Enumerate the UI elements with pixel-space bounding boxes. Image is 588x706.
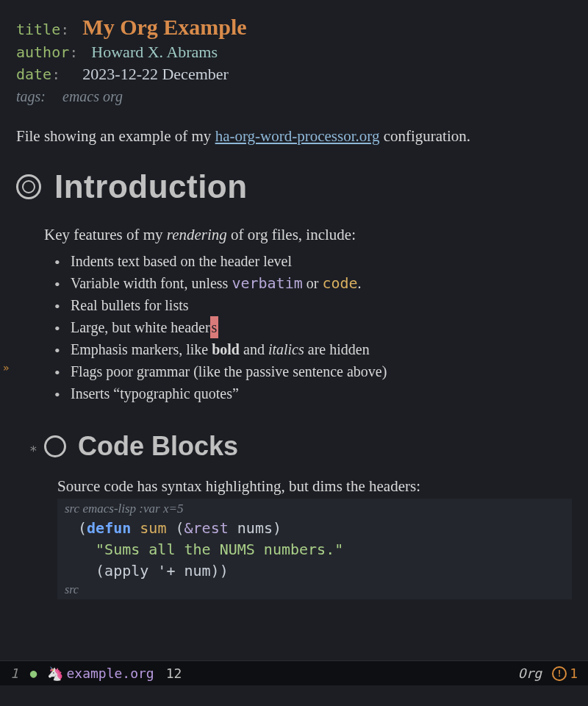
meta-tags-line: tags: emacs org	[16, 88, 572, 105]
features-intro: Key features of my rendering of org file…	[44, 226, 572, 244]
list-item: Indents text based on the header level	[54, 250, 572, 272]
major-mode[interactable]: Org	[518, 666, 542, 681]
window-number: 1	[10, 666, 18, 681]
verbatim-text: verbatim	[232, 274, 302, 292]
colon: :	[60, 21, 69, 38]
line-number: 12	[166, 666, 182, 681]
list-item: Variable width font, unless verbatim or …	[54, 272, 572, 294]
intro-paragraph: File showing an example of my ha-org-wor…	[16, 126, 572, 146]
tags-keyword: tags:	[16, 88, 46, 104]
src-begin-line: src emacs-lisp :var x=5	[65, 502, 564, 516]
meta-author-line: author: Howard X. Abrams	[16, 43, 572, 62]
buffer-filename[interactable]: example.org	[66, 666, 154, 681]
title-keyword: title	[16, 21, 60, 38]
colon: :	[51, 65, 60, 83]
source-code: (defun sum (&rest nums) "Sums all the NU…	[65, 516, 564, 583]
list-item: Inserts “typographic quotes”	[54, 382, 572, 404]
heading-1-text: Introduction	[54, 168, 248, 205]
config-link[interactable]: ha-org-word-processor.org	[215, 127, 380, 145]
source-block[interactable]: src emacs-lisp :var x=5 (defun sum (&res…	[57, 499, 572, 599]
features-list: Indents text based on the header level V…	[54, 250, 572, 404]
unicorn-icon: 🦄	[47, 666, 63, 681]
list-item: Emphasis markers, like bold and italics …	[54, 338, 572, 360]
list-item: Flags poor grammar (like the passive sen…	[54, 360, 572, 382]
flycheck-warning[interactable]: ! 1	[552, 666, 578, 681]
author-keyword: author	[16, 43, 69, 61]
minibuffer[interactable]	[0, 685, 588, 706]
list-item: Real bullets for lists	[54, 294, 572, 316]
code-blocks-intro: Source code has syntax highlighting, but…	[57, 477, 572, 496]
date-value: 2023-12-22 December	[82, 65, 229, 83]
warning-count: 1	[570, 666, 578, 681]
org-star: *	[29, 443, 37, 458]
editor-buffer[interactable]: title: My Org Example author: Howard X. …	[0, 0, 588, 655]
tags-value: emacs org	[62, 88, 123, 104]
intro-text-before: File showing an example of my	[16, 127, 215, 145]
title-value: My Org Example	[82, 15, 246, 39]
heading-1[interactable]: Introduction	[16, 168, 572, 205]
fringe-indicator-icon: »	[3, 362, 9, 374]
src-end-line: src	[65, 583, 564, 596]
modeline[interactable]: 1 ● 🦄 example.org 12 Org ! 1	[0, 660, 588, 685]
modified-indicator-icon: ●	[30, 666, 37, 680]
heading-2[interactable]: * Code Blocks	[44, 431, 572, 462]
warning-icon: !	[552, 666, 567, 681]
list-item: Large, but white headers	[54, 316, 572, 338]
code-text: code	[322, 274, 357, 292]
text-cursor: s	[210, 316, 219, 338]
heading-2-text: Code Blocks	[78, 431, 238, 462]
meta-title-line: title: My Org Example	[16, 15, 572, 40]
author-value: Howard X. Abrams	[91, 43, 218, 61]
colon: :	[69, 43, 78, 61]
intro-text-after: configuration.	[379, 127, 470, 145]
heading-bullet-icon	[44, 435, 66, 457]
heading-bullet-icon	[16, 174, 41, 199]
meta-date-line: date: 2023-12-22 December	[16, 65, 572, 84]
date-keyword: date	[16, 65, 51, 83]
